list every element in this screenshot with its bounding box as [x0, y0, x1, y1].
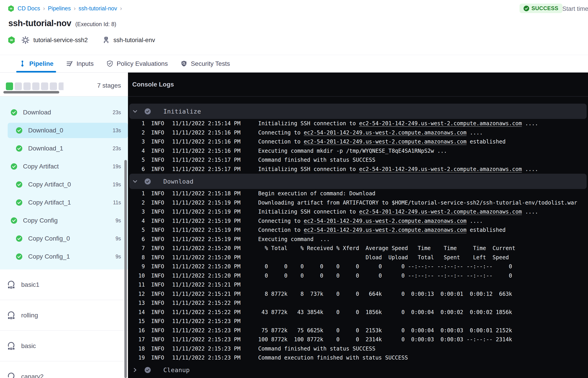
log-link[interactable]: ec2-54-201-142-249.us-west-2.compute.ama…: [359, 209, 522, 215]
stage-name: Download_0: [28, 127, 63, 134]
stage-row[interactable]: Download_1 23s: [0, 139, 128, 158]
log-line: 16 INFO 11/11/2022 2:15:23 PM 75 8772k 7…: [128, 326, 588, 335]
log-link[interactable]: ec2-54-201-142-249.us-west-2.compute.ama…: [359, 120, 522, 127]
log-level: INFO: [151, 138, 172, 145]
rollback-stage-item[interactable]: basic: [0, 331, 128, 361]
stage-name: Copy Config_1: [28, 253, 70, 260]
stage-row[interactable]: Copy Config_1 9s: [0, 248, 128, 266]
stage-row[interactable]: Download 23s: [0, 103, 128, 122]
log-message: Initializing SSH connection to ec2-54-20…: [258, 166, 588, 172]
log-line: 5 INFO 11/11/2022 2:15:19 PM Connection …: [128, 226, 588, 235]
log-text: ....: [467, 218, 483, 224]
log-message: 8 8772k 8 737k 0 0 664k 0 0:00:13 0:00:0…: [258, 291, 588, 297]
environment-name[interactable]: ssh-tutorial-env: [114, 37, 155, 44]
inputs-icon: [66, 60, 73, 67]
section-title: Initialize: [163, 108, 201, 115]
log-timestamp: 11/11/2022 2:15:22 PM: [172, 309, 258, 315]
pipeline-execution-page: ∞ CD Docs›Pipelines›ssh-tutorial-nov› SU…: [0, 0, 588, 378]
log-line-number: 6: [128, 236, 145, 243]
tab[interactable]: Policy Evaluations: [106, 55, 168, 72]
minimap-stage-square: [32, 82, 40, 90]
stage-duration: 9s: [116, 254, 121, 260]
log-line-number: 2: [128, 200, 145, 206]
log-link[interactable]: ec2-54-201-142-249.us-west-2.compute.ama…: [304, 227, 466, 233]
minimap-stage-square: [15, 82, 22, 90]
log-level: INFO: [151, 327, 172, 334]
stage-success-check-icon: [11, 163, 17, 170]
tab[interactable]: Security Tests: [180, 55, 230, 72]
stage-row[interactable]: Copy Artifact 19s: [0, 158, 128, 176]
log-link[interactable]: ec2-54-201-142-249.us-west-2.compute.ama…: [304, 130, 466, 136]
log-text: Executing command ...: [258, 236, 330, 243]
log-link[interactable]: ec2-54-201-142-249.us-west-2.compute.ama…: [359, 166, 522, 172]
stages-sidebar-header: 7 stages: [0, 73, 128, 96]
stage-row[interactable]: Download_0 13s: [0, 122, 128, 139]
rollback-icon: [7, 311, 16, 320]
breadcrumb-link[interactable]: CD Docs: [18, 5, 40, 12]
log-text: Downloading artifact from ARTIFACTORY to…: [258, 200, 577, 206]
rollback-icon: [7, 341, 16, 351]
rollback-stage-item[interactable]: basic1: [0, 270, 128, 300]
service-name[interactable]: tutorial-service-ssh2: [33, 37, 88, 44]
log-timestamp: 11/11/2022 2:15:23 PM: [172, 336, 258, 343]
log-text: 100 8772k 100 8772k 0 0 2314k 0 0:00:03 …: [258, 336, 512, 343]
log-link[interactable]: ec2-54-201-142-249.us-west-2.compute.ama…: [304, 138, 466, 145]
console-logs-panel: Console Logs Initialize 1 INFO 11/11/202…: [128, 73, 588, 378]
sidebar-scrollbar[interactable]: [124, 160, 127, 378]
log-message: Connecting to ec2-54-201-142-249.us-west…: [258, 218, 588, 224]
section-title: Cleanup: [163, 366, 190, 374]
stage-duration: 19s: [113, 163, 121, 170]
log-level: INFO: [151, 355, 172, 361]
minimap-scrollbar[interactable]: [3, 91, 59, 94]
log-line-number: 1: [128, 120, 145, 127]
log-message: Command finished with status SUCCESS: [258, 157, 588, 163]
log-timestamp: 11/11/2022 2:15:23 PM: [172, 346, 258, 352]
log-level: INFO: [151, 300, 172, 306]
stage-success-check-icon: [11, 109, 17, 116]
log-timestamp: 11/11/2022 2:15:19 PM: [172, 227, 258, 233]
log-line-number: 8: [128, 254, 145, 261]
log-line: 6 INFO 11/11/2022 2:15:17 PM Initializin…: [128, 165, 588, 174]
breadcrumb-separator: ›: [117, 5, 125, 12]
log-line-number: 4: [128, 218, 145, 224]
log-level: INFO: [151, 227, 172, 233]
tab[interactable]: Pipeline: [19, 55, 53, 72]
breadcrumb-link[interactable]: Pipelines: [48, 5, 71, 12]
rollback-stage-label: rolling: [21, 312, 38, 319]
stage-selected-highlight: [8, 123, 128, 138]
log-text: Initializing SSH connection to: [258, 209, 359, 215]
log-section-header[interactable]: Cleanup: [129, 363, 587, 378]
log-message: Executing command mkdir -p /tmp/WYQNESE_…: [258, 148, 588, 154]
log-line: 18 INFO 11/11/2022 2:15:23 PM Command fi…: [128, 344, 588, 353]
rollback-stage-item[interactable]: canary2: [0, 361, 128, 378]
log-line: 5 INFO 11/11/2022 2:15:17 PM Command fin…: [128, 155, 588, 165]
status-badge: SUCCESS: [520, 4, 562, 13]
stage-row[interactable]: Copy Config_0 9s: [0, 230, 128, 248]
stage-row[interactable]: Copy Artifact_1 11s: [0, 193, 128, 212]
breadcrumb-separator: ›: [40, 5, 48, 12]
log-timestamp: 11/11/2022 2:15:16 PM: [172, 148, 258, 154]
log-text: 75 8772k 75 6625k 0 0 2153k 0 0:00:04 0:…: [258, 327, 512, 334]
log-line: 4 INFO 11/11/2022 2:15:16 PM Executing c…: [128, 147, 588, 156]
rollback-stage-item[interactable]: rolling: [0, 300, 128, 331]
log-line: 17 INFO 11/11/2022 2:15:23 PM 100 8772k …: [128, 335, 588, 344]
chevron-down-icon[interactable]: [132, 108, 138, 114]
breadcrumb-link[interactable]: ssh-tutorial-nov: [79, 5, 117, 12]
stage-row[interactable]: Copy Config 9s: [0, 212, 128, 230]
log-text: % Total % Received % Xferd Average Speed…: [258, 245, 515, 251]
log-section: Download 1 INFO 11/11/2022 2:15:18 PM Be…: [128, 174, 588, 363]
log-section-header[interactable]: Download: [129, 174, 587, 189]
stage-duration: 23s: [113, 109, 121, 116]
log-link[interactable]: ec2-54-201-142-249.us-west-2.compute.ama…: [304, 218, 466, 224]
stage-row[interactable]: Copy Artifact_0 19s: [0, 176, 128, 193]
log-message: 0 0 0 0 0 0 0 0 --:--:-- --:--:-- --:--:…: [258, 272, 588, 279]
log-text: Begin execution of command: Download: [258, 190, 375, 197]
chevron-right-icon[interactable]: [132, 367, 138, 373]
chevron-down-icon[interactable]: [132, 178, 138, 185]
minimap-stage-square: [6, 82, 13, 90]
breadcrumb-separator: ›: [71, 5, 79, 12]
tab[interactable]: Inputs: [66, 55, 94, 72]
log-timestamp: 11/11/2022 2:15:21 PM: [172, 291, 258, 297]
console-log-sections: Initialize 1 INFO 11/11/2022 2:15:14 PM …: [128, 104, 588, 378]
log-section-header[interactable]: Initialize: [129, 104, 587, 119]
